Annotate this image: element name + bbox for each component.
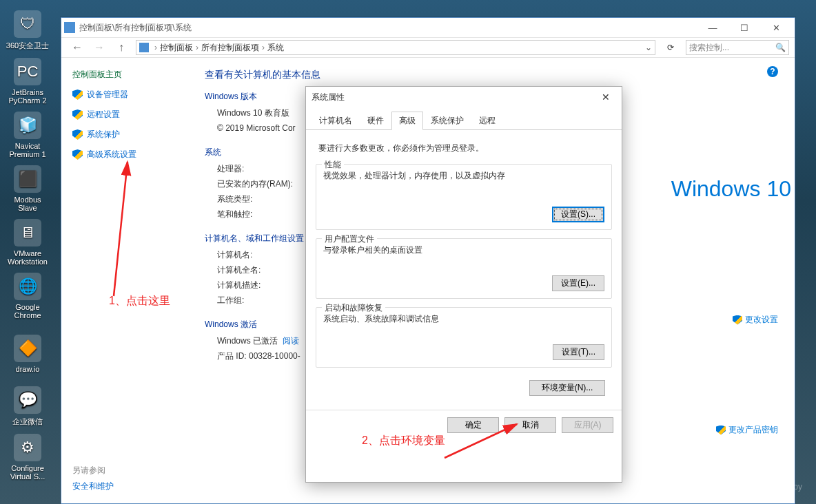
startup-settings-button[interactable]: 设置(T)... xyxy=(553,344,604,360)
ok-button[interactable]: 确定 xyxy=(447,417,499,433)
sidebar-link[interactable]: 系统保护 xyxy=(72,129,184,140)
back-button[interactable]: ← xyxy=(70,40,85,55)
environment-variables-button[interactable]: 环境变量(N)... xyxy=(529,380,605,396)
desktop-icon[interactable]: 🛡360安全卫士 xyxy=(0,0,55,54)
dialog-tab[interactable]: 系统保护 xyxy=(423,112,471,130)
window-titlebar: 控制面板\所有控制面板项\系统 — ☐ ✕ xyxy=(61,18,795,37)
dialog-footer: 确定 取消 应用(A) xyxy=(306,410,622,440)
group-desc: 视觉效果，处理器计划，内存使用，以及虚拟内存 xyxy=(323,170,604,182)
breadcrumb-item[interactable]: 控制面板 xyxy=(160,42,193,54)
dialog-tabs: 计算机名硬件高级系统保护远程 xyxy=(306,107,622,130)
icon-label: Navicat Premium 1 xyxy=(9,142,45,158)
app-icon: ⬛ xyxy=(14,165,41,193)
desktop-icon[interactable]: 🖥VMware Workstation xyxy=(0,215,55,269)
profile-settings-button[interactable]: 设置(E)... xyxy=(552,275,604,291)
shield-icon xyxy=(72,90,83,100)
desktop-icon[interactable]: ⬛Modbus Slave xyxy=(0,161,55,215)
desktop-icons: 🛡360安全卫士PCJetBrains PyCharm 2🧊Navicat Pr… xyxy=(0,0,61,483)
icon-label: JetBrains PyCharm 2 xyxy=(8,88,46,105)
watermark: https://blog.csdn.net @51CT0appy xyxy=(675,482,802,492)
cancel-button[interactable]: 取消 xyxy=(504,417,556,433)
sidebar-link[interactable]: 设备管理器 xyxy=(72,89,184,101)
chevron-down-icon[interactable]: ⌄ xyxy=(645,43,652,52)
dialog-titlebar: 系统属性 ✕ xyxy=(306,87,622,107)
desktop-icon[interactable]: PCJetBrains PyCharm 2 xyxy=(0,54,55,107)
dialog-tab[interactable]: 高级 xyxy=(391,112,423,130)
link-label: 远程设置 xyxy=(87,109,120,120)
app-icon: 💬 xyxy=(14,386,41,414)
admin-note: 要进行大多数更改，你必须作为管理员登录。 xyxy=(318,143,612,154)
icon-label: Configure Virtual S... xyxy=(10,464,45,481)
icon-label: Modbus Slave xyxy=(14,196,41,212)
close-button[interactable]: ✕ xyxy=(760,18,792,37)
refresh-button[interactable]: ⟳ xyxy=(662,40,679,55)
security-link[interactable]: 安全和维护 xyxy=(72,481,114,492)
desktop-icon[interactable]: 🔶draw.io xyxy=(0,322,55,376)
desktop-icon[interactable]: 🧊Navicat Premium 1 xyxy=(0,107,55,161)
system-icon xyxy=(64,22,75,33)
dialog-tab[interactable]: 计算机名 xyxy=(312,112,360,130)
breadcrumb-item[interactable]: 所有控制面板项 xyxy=(201,42,259,54)
icon-label: VMware Workstation xyxy=(8,249,48,266)
desktop-icon[interactable]: 🌐Google Chrome xyxy=(0,269,55,322)
dialog-title: 系统属性 xyxy=(312,92,345,103)
minimize-button[interactable]: — xyxy=(697,18,728,37)
icon-label: Google Chrome xyxy=(14,303,41,319)
app-icon: 🌐 xyxy=(14,273,41,300)
group-desc: 系统启动、系统故障和调试信息 xyxy=(323,313,604,325)
chevron-right-icon: › xyxy=(196,43,198,52)
desktop-icon[interactable]: ⚙Configure Virtual S... xyxy=(0,430,55,483)
apply-button[interactable]: 应用(A) xyxy=(562,417,613,433)
group-title: 性能 xyxy=(322,159,344,171)
app-icon: 🛡 xyxy=(14,10,41,38)
group-title: 启动和故障恢复 xyxy=(322,302,385,314)
shield-icon xyxy=(72,129,83,140)
up-button[interactable]: ↑ xyxy=(114,40,129,55)
search-icon: 🔍 xyxy=(775,43,786,52)
page-title: 查看有关计算机的基本信息 xyxy=(205,69,779,81)
group-desc: 与登录帐户相关的桌面设置 xyxy=(323,244,604,256)
group-title: 用户配置文件 xyxy=(322,233,377,245)
maximize-button[interactable]: ☐ xyxy=(728,18,760,37)
search-placeholder: 搜索控制... xyxy=(689,42,729,54)
toolbar: ← → ↑ › 控制面板 › 所有控制面板项 › 系统 ⌄ ⟳ 搜索控制... … xyxy=(61,37,795,58)
sidebar-footer: 另请参阅 安全和维护 xyxy=(72,465,114,492)
user-profile-group: 用户配置文件 与登录帐户相关的桌面设置 设置(E)... xyxy=(316,238,612,299)
shield-icon xyxy=(733,315,742,325)
system-properties-dialog: 系统属性 ✕ 计算机名硬件高级系统保护远程 要进行大多数更改，你必须作为管理员登… xyxy=(305,86,622,483)
close-button[interactable]: ✕ xyxy=(595,89,616,105)
link-label: 设备管理器 xyxy=(87,89,128,101)
app-icon: 🔶 xyxy=(14,335,41,362)
icon-label: 360安全卫士 xyxy=(6,41,49,51)
chevron-right-icon: › xyxy=(154,43,157,52)
sidebar-link[interactable]: 远程设置 xyxy=(72,109,184,120)
shield-icon xyxy=(716,426,726,435)
icon-label: 企业微信 xyxy=(12,417,43,427)
sidebar-title: 控制面板主页 xyxy=(72,69,184,81)
search-input[interactable]: 搜索控制... 🔍 xyxy=(686,40,789,55)
performance-settings-button[interactable]: 设置(S)... xyxy=(552,207,604,222)
sidebar-link[interactable]: 高级系统设置 xyxy=(72,149,184,160)
app-icon: 🖥 xyxy=(14,219,41,246)
link-label: 系统保护 xyxy=(87,129,120,140)
forward-button[interactable]: → xyxy=(92,40,107,55)
app-icon: ⚙ xyxy=(14,434,41,461)
monitor-icon xyxy=(139,43,149,52)
dialog-tab[interactable]: 硬件 xyxy=(360,112,391,130)
shield-icon xyxy=(72,149,83,160)
icon-label: draw.io xyxy=(16,365,40,373)
app-icon: 🧊 xyxy=(14,112,41,139)
windows10-logo: Windows 10 xyxy=(671,176,791,202)
address-bar[interactable]: › 控制面板 › 所有控制面板项 › 系统 ⌄ xyxy=(136,40,655,55)
desktop-icon[interactable]: 💬企业微信 xyxy=(0,376,55,430)
dialog-tab[interactable]: 远程 xyxy=(471,112,503,130)
link-label: 高级系统设置 xyxy=(87,149,136,160)
also-label: 另请参阅 xyxy=(72,465,114,476)
shield-icon xyxy=(72,109,83,120)
read-link[interactable]: 阅读 xyxy=(283,336,299,346)
change-product-key-link[interactable]: 更改产品密钥 xyxy=(716,424,778,436)
startup-recovery-group: 启动和故障恢复 系统启动、系统故障和调试信息 设置(T)... xyxy=(316,307,612,368)
window-title: 控制面板\所有控制面板项\系统 xyxy=(79,22,192,34)
change-settings-link[interactable]: 更改设置 xyxy=(733,314,778,326)
breadcrumb-item[interactable]: 系统 xyxy=(267,42,284,54)
